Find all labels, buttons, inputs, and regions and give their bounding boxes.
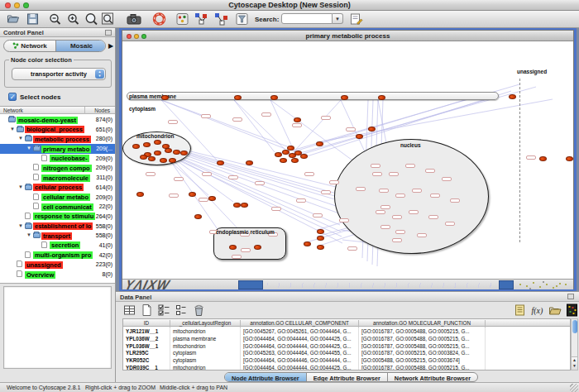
tree-row-metabolic-process[interactable]: ▼metabolic process280(0) [0,134,115,144]
search-options-icon[interactable] [349,12,363,26]
network-node[interactable] [280,158,287,163]
network-node[interactable] [189,192,196,197]
network-node[interactable] [566,156,573,161]
network-node[interactable] [509,94,516,99]
network-node[interactable] [316,141,323,146]
tree-expander-icon[interactable]: ▼ [18,184,23,189]
network-node[interactable] [173,150,180,155]
network-node[interactable] [291,158,299,163]
network-node[interactable] [169,158,176,163]
network-node[interactable] [275,152,282,157]
vizmapper-icon[interactable] [175,12,189,26]
search-dropdown-icon[interactable]: ▼ [333,13,343,24]
network-node[interactable] [294,117,301,122]
delete-attribute-icon[interactable] [192,304,206,317]
network-node[interactable] [143,142,151,147]
network-node[interactable] [368,127,376,131]
network-node[interactable] [356,134,363,139]
tab-edge-attribute-browser[interactable]: Edge Attribute Browser [307,373,388,381]
zoom-out-icon[interactable] [48,12,62,26]
save-icon[interactable] [26,12,40,26]
birds-eye-view[interactable] [3,286,112,369]
column-header-2[interactable]: annotation.GO CELLULAR_COMPONENT [241,320,359,327]
zoom-in-icon[interactable] [66,12,80,26]
node-color-dropdown[interactable]: transporter activity ▲▼ [12,68,106,80]
network-node[interactable] [136,192,144,197]
network-node[interactable] [341,95,348,100]
select-nodes-checkbox[interactable]: ✓ [8,93,17,101]
network-node[interactable] [254,245,261,250]
import-attributes-icon[interactable] [548,304,562,317]
new-attribute-icon[interactable] [140,304,154,317]
network-node[interactable] [539,156,547,161]
open-icon[interactable] [7,12,21,26]
layout-icon-1[interactable] [194,12,210,26]
network-node[interactable] [233,203,241,208]
tree-expander-icon[interactable]: ▼ [18,223,23,228]
network-node[interactable] [378,95,385,100]
float-panel-icon[interactable] [105,30,112,36]
table-row[interactable]: YJR121W__1mitochondrion[GO:0045267, GO:0… [123,327,570,335]
table-row[interactable]: YKR052Ccytoplasm[GO:0044464, GO:0044446,… [123,356,570,364]
tree-expander-icon[interactable]: ▼ [10,127,15,131]
tree-row-cellular-metabo[interactable]: cellular metabo209(0) [0,193,115,203]
network-node[interactable] [317,236,324,241]
snapshot-icon[interactable] [126,12,142,26]
network-window-titlebar[interactable]: primary metabolic process [122,31,573,41]
table-row[interactable]: YDR039C__1mitochondrion[GO:0044464, GO:0… [123,364,570,370]
tree-row-unassigned[interactable]: unassigned223(0) [0,260,115,270]
zoom-selected-icon[interactable] [101,12,115,26]
scrollbar-thumb[interactable] [572,320,577,333]
network-node[interactable] [165,148,172,153]
tree-row-cell-communicat[interactable]: cell communicat22(0) [0,202,115,212]
network-node[interactable] [234,95,242,100]
tab-mosaic[interactable]: Mosaic [55,41,106,51]
tree-expander-icon[interactable]: ▼ [26,146,31,151]
network-window[interactable]: primary metabolic process plasma membran… [122,30,574,289]
column-header-0[interactable]: ID [123,320,170,327]
network-node[interactable] [154,140,161,145]
network-node[interactable] [194,214,202,219]
table-icon[interactable] [122,304,136,317]
table-scrollbar[interactable]: ▲▼ [571,318,578,370]
network-node[interactable] [229,245,237,250]
help-icon[interactable] [152,12,166,26]
layout-icon-2[interactable] [213,12,230,26]
network-node[interactable] [160,158,167,163]
tab-network-attribute-browser[interactable]: Network Attribute Browser [388,373,477,381]
tree-row-response-to-stimulu[interactable]: response to stimulu264(0) [0,212,115,222]
unselect-attributes-icon[interactable] [175,304,189,317]
float-data-panel-icon[interactable] [567,294,574,299]
network-node[interactable] [132,144,140,149]
function-builder-icon[interactable]: f(x) [530,304,544,317]
tree-row-secretion[interactable]: secretion41(0) [0,241,115,251]
network-node[interactable] [161,95,169,100]
network-node[interactable] [208,196,216,201]
tree-row-establishment-of-lo[interactable]: ▼establishment of lo558(0) [0,222,115,232]
column-header-1[interactable]: _cellularLayoutRegion [170,320,241,327]
network-node[interactable] [287,146,294,151]
network-node[interactable] [148,156,156,161]
notepad-icon[interactable] [513,304,527,317]
network-node[interactable] [154,151,161,155]
network-canvas[interactable]: plasma membrane cytoplasm mitochondrion … [122,41,573,279]
table-row[interactable]: YPL036W__1mitochondrion[GO:0044464, GO:0… [123,342,570,350]
zoom-fit-icon[interactable] [84,12,98,26]
matrix-icon[interactable] [566,304,578,317]
tab-network[interactable]: Network [4,41,55,51]
tree-row-multi-organism-pro[interactable]: multi-organism pro42(0) [0,251,115,261]
network-node[interactable] [180,151,188,155]
network-node[interactable] [140,155,147,160]
network-node[interactable] [317,245,324,250]
tree-row-cellular-process[interactable]: ▼cellular process614(0) [0,183,115,193]
network-node[interactable] [217,160,224,165]
filter-icon[interactable] [235,12,249,26]
table-row[interactable]: YPL036W__2plasma membrane[GO:0044464, GO… [123,335,570,342]
network-node[interactable] [304,241,311,246]
table-row[interactable]: YLR295Ccytoplasm[GO:0045263, GO:0044464,… [123,349,570,356]
tree-expander-icon[interactable]: ▼ [18,136,23,141]
attribute-table[interactable]: ID_cellularLayoutRegionannotation.GO CEL… [122,318,571,370]
tree-row-biological-process[interactable]: ▼biological_process651(0) [0,125,115,135]
search-input[interactable] [281,13,333,24]
tree-row-transport[interactable]: ▼transport558(0) [0,231,115,241]
